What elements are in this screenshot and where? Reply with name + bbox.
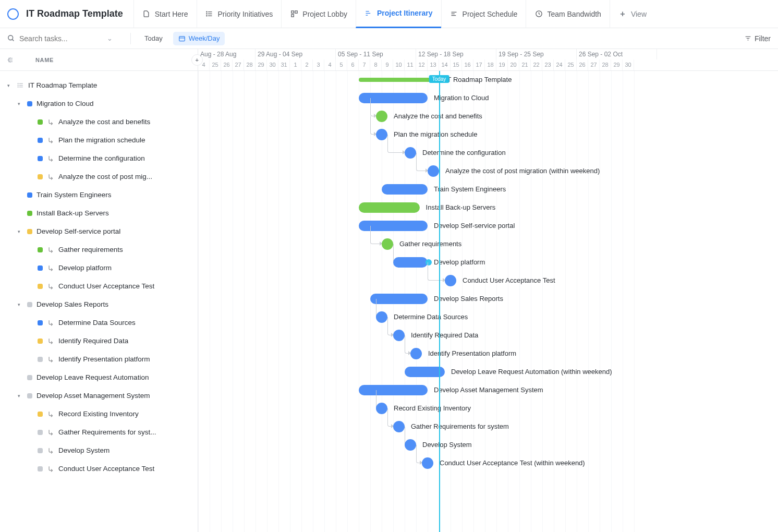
subtask-icon [47, 137, 54, 144]
today-button[interactable]: Today [139, 32, 168, 45]
view-tab-project-lobby[interactable]: Project Lobby [281, 0, 356, 28]
task-row[interactable]: Determine the configuration [4, 149, 193, 167]
gantt-bar[interactable] [393, 257, 428, 268]
gantt-bar[interactable] [359, 385, 428, 395]
timeline-week-range: 29 Aug - 04 Sep [256, 49, 336, 59]
gantt-area[interactable]: Aug - 28 Aug29 Aug - 04 Sep05 Sep - 11 S… [198, 49, 778, 532]
status-dot [38, 119, 43, 125]
gantt-bar[interactable] [359, 221, 428, 231]
gantt-bar[interactable] [428, 165, 439, 177]
gantt-row: Develop System [198, 436, 778, 454]
view-tab-project-schedule[interactable]: Project Schedule [441, 0, 526, 28]
gantt-row: Develop Sales Reports [198, 290, 778, 308]
status-dot [38, 357, 43, 362]
gantt-bar-label: Analyze the cost of post migration (with… [445, 167, 600, 175]
task-row[interactable]: Develop System [4, 441, 193, 460]
view-tab-start-here[interactable]: Start Here [133, 0, 197, 28]
caret-icon[interactable]: ▾ [18, 302, 23, 307]
gantt-bar[interactable] [359, 93, 428, 103]
timeline-day: 27 [233, 59, 244, 70]
task-row[interactable]: Identify Presentation platform [4, 350, 193, 368]
gantt-bar[interactable] [410, 348, 422, 359]
gantt-row: Migration to Cloud [198, 89, 778, 107]
gantt-bar[interactable] [382, 238, 393, 250]
task-row[interactable]: Install Back-up Servers [4, 204, 193, 222]
timeline-day: 29 [611, 59, 623, 70]
task-row[interactable]: Gather Requirements for syst... [4, 423, 193, 441]
timeline-day: 27 [588, 59, 600, 70]
task-row[interactable]: Determine Data Sources [4, 313, 193, 332]
task-row[interactable]: Conduct User Acceptance Test [4, 460, 193, 478]
task-group-row[interactable]: ▾Develop Asset Management System [4, 386, 193, 405]
collapse-sidebar-icon[interactable] [6, 56, 17, 64]
task-row[interactable]: Develop platform [4, 259, 193, 277]
task-row[interactable]: Gather requirements [4, 240, 193, 259]
gantt-bar-label: Gather requirements [399, 240, 461, 248]
timeline-day: 23 [542, 59, 554, 70]
timeline-day: 16 [462, 59, 473, 70]
gantt-row: Record Existing Inventory [198, 400, 778, 418]
status-dot [27, 229, 32, 234]
gantt-bar[interactable] [370, 294, 428, 304]
task-row[interactable]: Identify Required Data [4, 332, 193, 350]
task-group-row[interactable]: ▾Develop Sales Reports [4, 295, 193, 313]
gantt-bar[interactable] [376, 129, 387, 140]
view-tab-team-bandwidth[interactable]: Team Bandwidth [526, 0, 610, 28]
gantt-bar-label: Analyze the cost and benefits [394, 112, 482, 120]
filter-button[interactable]: Filter [745, 34, 771, 43]
task-label: Identify Presentation platform [58, 355, 150, 363]
list-header-row[interactable]: ▾IT Roadmap Template [4, 76, 193, 94]
task-row[interactable]: Analyze the cost of post mig... [4, 167, 193, 186]
gantt-bar-label: Determine the configuration [422, 149, 506, 156]
view-tab-view[interactable]: +View [610, 0, 655, 28]
task-group-row[interactable]: ▾Migration to Cloud [4, 94, 193, 113]
view-tab-label: Project Itinerary [377, 9, 433, 17]
gantt-bar[interactable] [359, 202, 420, 213]
gantt-bar[interactable] [405, 439, 416, 451]
svg-rect-6 [291, 11, 294, 13]
task-row[interactable]: Record Existing Inventory [4, 405, 193, 423]
caret-icon[interactable]: ▾ [18, 229, 23, 234]
timeline-week-range: 26 Sep - 02 Oct [577, 49, 657, 59]
today-badge: Today [429, 75, 449, 83]
timeline-day: 30 [267, 59, 278, 70]
timeline-day: 17 [473, 59, 485, 70]
gantt-row: Install Back-up Servers [198, 199, 778, 217]
task-label: Analyze the cost and benefits [58, 118, 150, 126]
view-tab-project-itinerary[interactable]: Project Itinerary [356, 0, 441, 28]
timeline-day: 4 [324, 59, 336, 70]
task-tree: ▾IT Roadmap Template▾Migration to CloudA… [0, 71, 198, 499]
gantt-bar[interactable] [382, 184, 428, 195]
gantt-bar[interactable] [422, 457, 433, 469]
dependency-line [416, 153, 426, 171]
task-row[interactable]: Conduct User Acceptance Test [4, 277, 193, 295]
search-input[interactable] [19, 34, 103, 43]
task-row[interactable]: Plan the migration schedule [4, 131, 193, 149]
gantt-bar[interactable] [376, 111, 387, 122]
subtask-icon [47, 155, 54, 162]
gantt-bar[interactable] [405, 147, 416, 159]
gantt-row: Develop platform [198, 253, 778, 272]
dependency-line [428, 262, 443, 281]
caret-icon[interactable]: ▾ [7, 83, 13, 88]
task-row[interactable]: Develop Leave Request Automation [4, 368, 193, 386]
task-group-row[interactable]: ▾Develop Self-service portal [4, 222, 193, 240]
caret-icon[interactable]: ▾ [18, 393, 23, 398]
gantt-bar[interactable] [393, 421, 405, 432]
task-label: Migration to Cloud [37, 100, 94, 107]
view-tab-priority-initiatives[interactable]: Priority Initiatives [197, 0, 282, 28]
list-icon [17, 82, 24, 89]
status-dot [38, 247, 43, 252]
caret-icon[interactable]: ▾ [18, 101, 23, 106]
gantt-bar[interactable] [376, 311, 387, 323]
gantt-bar[interactable] [445, 275, 456, 286]
task-row[interactable]: Analyze the cost and benefits [4, 113, 193, 131]
gantt-bar[interactable] [359, 78, 439, 82]
gantt-bar[interactable] [393, 330, 405, 341]
search-wrap: ⌄ [7, 34, 122, 43]
range-toggle[interactable]: Week/Day [173, 32, 225, 45]
gantt-bar[interactable] [376, 403, 387, 414]
timeline-day: 31 [278, 59, 290, 70]
task-row[interactable]: Train System Engineers [4, 186, 193, 204]
chevron-down-icon[interactable]: ⌄ [107, 34, 113, 42]
